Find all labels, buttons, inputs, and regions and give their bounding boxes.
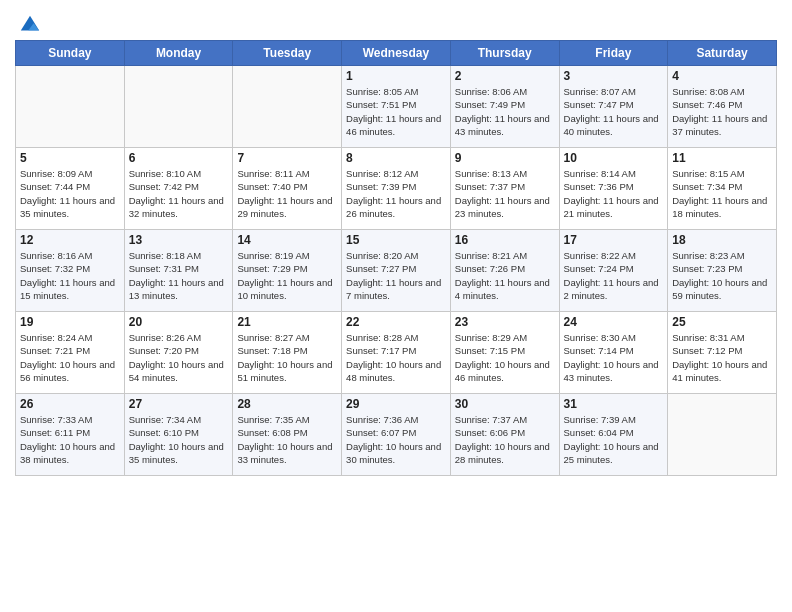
day-info: Sunrise: 8:20 AMSunset: 7:27 PMDaylight:… xyxy=(346,249,446,302)
day-cell xyxy=(124,66,233,148)
day-info: Sunrise: 8:26 AMSunset: 7:20 PMDaylight:… xyxy=(129,331,229,384)
day-info: Sunrise: 7:33 AMSunset: 6:11 PMDaylight:… xyxy=(20,413,120,466)
day-cell: 18Sunrise: 8:23 AMSunset: 7:23 PMDayligh… xyxy=(668,230,777,312)
day-info: Sunrise: 7:35 AMSunset: 6:08 PMDaylight:… xyxy=(237,413,337,466)
day-number: 25 xyxy=(672,315,772,329)
day-info: Sunrise: 8:29 AMSunset: 7:15 PMDaylight:… xyxy=(455,331,555,384)
day-cell: 21Sunrise: 8:27 AMSunset: 7:18 PMDayligh… xyxy=(233,312,342,394)
day-number: 30 xyxy=(455,397,555,411)
day-cell: 29Sunrise: 7:36 AMSunset: 6:07 PMDayligh… xyxy=(342,394,451,476)
day-cell xyxy=(233,66,342,148)
day-number: 24 xyxy=(564,315,664,329)
day-info: Sunrise: 8:27 AMSunset: 7:18 PMDaylight:… xyxy=(237,331,337,384)
day-number: 31 xyxy=(564,397,664,411)
day-info: Sunrise: 8:16 AMSunset: 7:32 PMDaylight:… xyxy=(20,249,120,302)
day-number: 10 xyxy=(564,151,664,165)
day-info: Sunrise: 8:08 AMSunset: 7:46 PMDaylight:… xyxy=(672,85,772,138)
day-info: Sunrise: 7:34 AMSunset: 6:10 PMDaylight:… xyxy=(129,413,229,466)
day-number: 21 xyxy=(237,315,337,329)
day-cell: 6Sunrise: 8:10 AMSunset: 7:42 PMDaylight… xyxy=(124,148,233,230)
day-cell: 1Sunrise: 8:05 AMSunset: 7:51 PMDaylight… xyxy=(342,66,451,148)
day-cell: 28Sunrise: 7:35 AMSunset: 6:08 PMDayligh… xyxy=(233,394,342,476)
day-number: 8 xyxy=(346,151,446,165)
day-cell: 27Sunrise: 7:34 AMSunset: 6:10 PMDayligh… xyxy=(124,394,233,476)
day-number: 18 xyxy=(672,233,772,247)
week-row-3: 12Sunrise: 8:16 AMSunset: 7:32 PMDayligh… xyxy=(16,230,777,312)
day-number: 14 xyxy=(237,233,337,247)
day-info: Sunrise: 8:22 AMSunset: 7:24 PMDaylight:… xyxy=(564,249,664,302)
day-number: 13 xyxy=(129,233,229,247)
day-info: Sunrise: 8:15 AMSunset: 7:34 PMDaylight:… xyxy=(672,167,772,220)
day-cell: 24Sunrise: 8:30 AMSunset: 7:14 PMDayligh… xyxy=(559,312,668,394)
header-row: SundayMondayTuesdayWednesdayThursdayFrid… xyxy=(16,41,777,66)
day-cell: 5Sunrise: 8:09 AMSunset: 7:44 PMDaylight… xyxy=(16,148,125,230)
day-number: 20 xyxy=(129,315,229,329)
day-cell: 10Sunrise: 8:14 AMSunset: 7:36 PMDayligh… xyxy=(559,148,668,230)
header-cell-monday: Monday xyxy=(124,41,233,66)
day-number: 29 xyxy=(346,397,446,411)
day-info: Sunrise: 8:13 AMSunset: 7:37 PMDaylight:… xyxy=(455,167,555,220)
week-row-2: 5Sunrise: 8:09 AMSunset: 7:44 PMDaylight… xyxy=(16,148,777,230)
day-number: 7 xyxy=(237,151,337,165)
day-cell: 3Sunrise: 8:07 AMSunset: 7:47 PMDaylight… xyxy=(559,66,668,148)
day-cell: 17Sunrise: 8:22 AMSunset: 7:24 PMDayligh… xyxy=(559,230,668,312)
day-cell: 19Sunrise: 8:24 AMSunset: 7:21 PMDayligh… xyxy=(16,312,125,394)
day-number: 15 xyxy=(346,233,446,247)
header-cell-saturday: Saturday xyxy=(668,41,777,66)
day-info: Sunrise: 8:28 AMSunset: 7:17 PMDaylight:… xyxy=(346,331,446,384)
week-row-1: 1Sunrise: 8:05 AMSunset: 7:51 PMDaylight… xyxy=(16,66,777,148)
day-info: Sunrise: 8:23 AMSunset: 7:23 PMDaylight:… xyxy=(672,249,772,302)
day-number: 17 xyxy=(564,233,664,247)
day-info: Sunrise: 8:12 AMSunset: 7:39 PMDaylight:… xyxy=(346,167,446,220)
day-number: 23 xyxy=(455,315,555,329)
calendar-header: SundayMondayTuesdayWednesdayThursdayFrid… xyxy=(16,41,777,66)
page-header xyxy=(15,10,777,34)
week-row-5: 26Sunrise: 7:33 AMSunset: 6:11 PMDayligh… xyxy=(16,394,777,476)
header-cell-thursday: Thursday xyxy=(450,41,559,66)
day-number: 28 xyxy=(237,397,337,411)
day-info: Sunrise: 8:18 AMSunset: 7:31 PMDaylight:… xyxy=(129,249,229,302)
day-number: 2 xyxy=(455,69,555,83)
day-cell: 23Sunrise: 8:29 AMSunset: 7:15 PMDayligh… xyxy=(450,312,559,394)
day-number: 16 xyxy=(455,233,555,247)
day-cell: 22Sunrise: 8:28 AMSunset: 7:17 PMDayligh… xyxy=(342,312,451,394)
day-info: Sunrise: 8:05 AMSunset: 7:51 PMDaylight:… xyxy=(346,85,446,138)
calendar-body: 1Sunrise: 8:05 AMSunset: 7:51 PMDaylight… xyxy=(16,66,777,476)
week-row-4: 19Sunrise: 8:24 AMSunset: 7:21 PMDayligh… xyxy=(16,312,777,394)
day-cell: 31Sunrise: 7:39 AMSunset: 6:04 PMDayligh… xyxy=(559,394,668,476)
logo xyxy=(15,14,41,34)
day-number: 11 xyxy=(672,151,772,165)
header-cell-sunday: Sunday xyxy=(16,41,125,66)
day-number: 19 xyxy=(20,315,120,329)
day-cell: 15Sunrise: 8:20 AMSunset: 7:27 PMDayligh… xyxy=(342,230,451,312)
day-cell: 14Sunrise: 8:19 AMSunset: 7:29 PMDayligh… xyxy=(233,230,342,312)
day-info: Sunrise: 8:09 AMSunset: 7:44 PMDaylight:… xyxy=(20,167,120,220)
day-cell: 8Sunrise: 8:12 AMSunset: 7:39 PMDaylight… xyxy=(342,148,451,230)
day-info: Sunrise: 8:11 AMSunset: 7:40 PMDaylight:… xyxy=(237,167,337,220)
calendar-table: SundayMondayTuesdayWednesdayThursdayFrid… xyxy=(15,40,777,476)
day-number: 3 xyxy=(564,69,664,83)
day-info: Sunrise: 7:39 AMSunset: 6:04 PMDaylight:… xyxy=(564,413,664,466)
day-cell: 11Sunrise: 8:15 AMSunset: 7:34 PMDayligh… xyxy=(668,148,777,230)
day-info: Sunrise: 7:37 AMSunset: 6:06 PMDaylight:… xyxy=(455,413,555,466)
day-cell: 7Sunrise: 8:11 AMSunset: 7:40 PMDaylight… xyxy=(233,148,342,230)
day-info: Sunrise: 7:36 AMSunset: 6:07 PMDaylight:… xyxy=(346,413,446,466)
day-cell xyxy=(668,394,777,476)
day-cell: 12Sunrise: 8:16 AMSunset: 7:32 PMDayligh… xyxy=(16,230,125,312)
day-number: 22 xyxy=(346,315,446,329)
day-number: 27 xyxy=(129,397,229,411)
day-cell xyxy=(16,66,125,148)
day-number: 4 xyxy=(672,69,772,83)
header-cell-tuesday: Tuesday xyxy=(233,41,342,66)
day-info: Sunrise: 8:19 AMSunset: 7:29 PMDaylight:… xyxy=(237,249,337,302)
day-number: 5 xyxy=(20,151,120,165)
day-info: Sunrise: 8:06 AMSunset: 7:49 PMDaylight:… xyxy=(455,85,555,138)
day-cell: 25Sunrise: 8:31 AMSunset: 7:12 PMDayligh… xyxy=(668,312,777,394)
day-info: Sunrise: 8:14 AMSunset: 7:36 PMDaylight:… xyxy=(564,167,664,220)
day-cell: 9Sunrise: 8:13 AMSunset: 7:37 PMDaylight… xyxy=(450,148,559,230)
logo-icon xyxy=(19,14,41,36)
day-cell: 13Sunrise: 8:18 AMSunset: 7:31 PMDayligh… xyxy=(124,230,233,312)
day-number: 6 xyxy=(129,151,229,165)
day-cell: 30Sunrise: 7:37 AMSunset: 6:06 PMDayligh… xyxy=(450,394,559,476)
day-info: Sunrise: 8:07 AMSunset: 7:47 PMDaylight:… xyxy=(564,85,664,138)
